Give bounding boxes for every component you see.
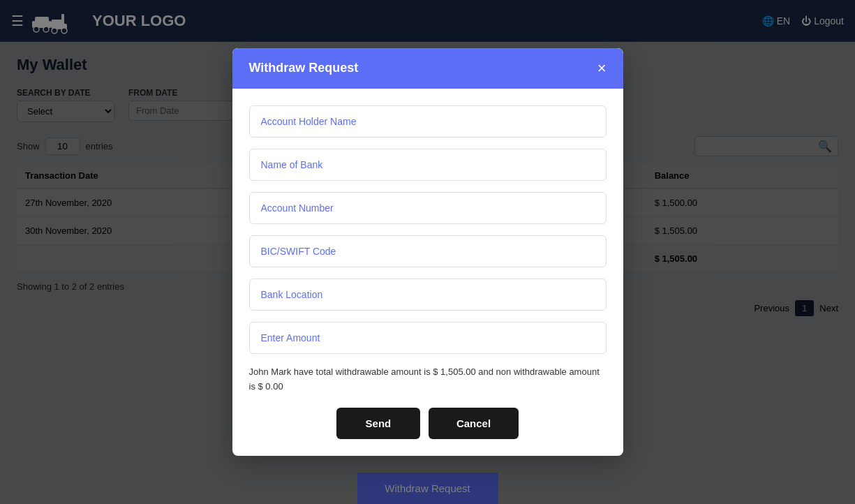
- account-number-input[interactable]: [249, 192, 607, 224]
- account-number-field: [249, 192, 607, 224]
- send-button[interactable]: Send: [336, 408, 420, 439]
- bic-swift-field: [249, 235, 607, 267]
- info-text: John Mark have total withdrawable amount…: [249, 365, 607, 394]
- enter-amount-input[interactable]: [249, 322, 607, 354]
- account-holder-name-field: [249, 105, 607, 138]
- account-holder-name-input[interactable]: [249, 105, 607, 138]
- bank-location-input[interactable]: [249, 279, 607, 311]
- bic-swift-input[interactable]: [249, 235, 607, 267]
- enter-amount-field: [249, 322, 607, 354]
- modal-title: Withdraw Request: [249, 61, 359, 75]
- cancel-button[interactable]: Cancel: [429, 408, 519, 439]
- modal-overlay: Withdraw Request × John Mark have total: [0, 0, 855, 504]
- bank-name-input[interactable]: [249, 149, 607, 181]
- modal-body: John Mark have total withdrawable amount…: [232, 89, 623, 457]
- modal-actions: Send Cancel: [249, 408, 607, 439]
- bank-location-field: [249, 279, 607, 311]
- withdraw-modal: Withdraw Request × John Mark have total: [232, 48, 623, 457]
- bank-name-field: [249, 149, 607, 181]
- modal-header: Withdraw Request ×: [232, 48, 623, 89]
- modal-close-button[interactable]: ×: [597, 61, 607, 76]
